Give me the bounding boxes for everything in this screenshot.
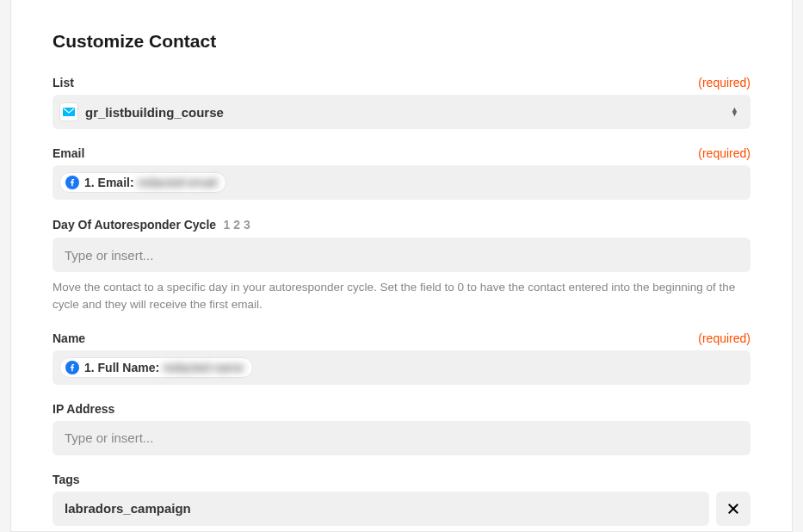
facebook-icon — [65, 176, 79, 189]
cycle-helper: Move the contact to a specific day in yo… — [53, 279, 750, 314]
ip-label: IP Address — [53, 402, 114, 416]
tag-input[interactable]: labradors_campaign — [53, 492, 709, 526]
field-list: List (required) gr_listbuilding_course ▲… — [53, 76, 750, 129]
field-cycle: Day Of Autoresponder Cycle 1 2 3 Move th… — [53, 217, 750, 314]
field-name: Name (required) 1. Full Name: redacted-n… — [53, 331, 750, 385]
name-token-value: redacted-name — [163, 361, 244, 374]
close-icon — [726, 501, 741, 517]
list-value: gr_listbuilding_course — [85, 105, 224, 120]
field-ip: IP Address — [53, 402, 750, 455]
email-token[interactable]: 1. Email: redacted-email — [59, 172, 226, 193]
facebook-icon — [65, 361, 79, 374]
name-token-label: 1. Full Name: — [84, 361, 159, 374]
list-select[interactable]: gr_listbuilding_course ▲▼ — [53, 95, 750, 129]
tags-label: Tags — [53, 473, 80, 486]
sort-icon: ▲▼ — [731, 108, 738, 116]
getresponse-icon — [59, 102, 78, 121]
name-input[interactable]: 1. Full Name: redacted-name — [53, 350, 750, 385]
email-label: Email — [53, 146, 84, 160]
name-required-label: (required) — [698, 331, 750, 345]
cycle-input-wrapper — [53, 238, 750, 272]
email-required-label: (required) — [698, 146, 750, 160]
email-token-value: redacted-email — [138, 176, 218, 189]
form-card: Customize Contact List (required) gr_lis… — [10, 0, 793, 532]
name-label: Name — [53, 331, 85, 345]
cycle-hint: 1 2 3 — [224, 218, 250, 232]
field-email: Email (required) 1. Email: redacted-emai… — [53, 146, 750, 200]
tag-value: labradors_campaign — [65, 501, 191, 516]
email-token-label: 1. Email: — [84, 176, 134, 189]
list-label: List — [53, 76, 74, 90]
field-tags: Tags labradors_campaign — [53, 473, 750, 533]
ip-input-wrapper — [53, 421, 750, 455]
ip-input[interactable] — [65, 430, 738, 445]
remove-tag-button[interactable] — [716, 492, 750, 526]
page-title: Customize Contact — [53, 31, 750, 52]
cycle-label: Day Of Autoresponder Cycle — [53, 218, 216, 232]
list-required-label: (required) — [698, 76, 750, 90]
email-input[interactable]: 1. Email: redacted-email — [53, 165, 750, 200]
cycle-input[interactable] — [65, 248, 738, 263]
name-token[interactable]: 1. Full Name: redacted-name — [59, 357, 253, 378]
